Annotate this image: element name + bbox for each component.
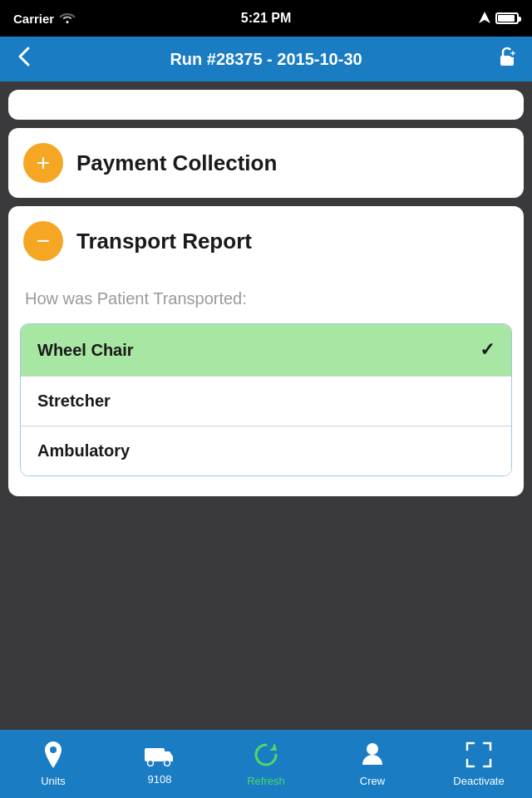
units-icon — [42, 741, 65, 771]
nav-bar: Run #28375 - 2015-10-30 — [0, 37, 532, 81]
option-wheelchair-label: Wheel Chair — [37, 341, 134, 360]
tab-truck[interactable]: 9108 — [106, 730, 213, 798]
status-bar: Carrier 5:21 PM — [0, 0, 532, 37]
wifi-icon — [59, 12, 76, 26]
refresh-icon — [253, 741, 279, 771]
lock-icon — [495, 45, 519, 73]
payment-collection-toggle[interactable]: + — [23, 143, 63, 183]
payment-collection-title: Payment Collection — [76, 150, 277, 176]
refresh-label: Refresh — [247, 775, 285, 787]
transport-question: How was Patient Transported: — [8, 276, 524, 317]
page-title: Run #28375 - 2015-10-30 — [170, 50, 362, 69]
crew-label: Crew — [360, 775, 385, 787]
back-button[interactable] — [13, 45, 37, 73]
carrier-label: Carrier — [13, 12, 54, 26]
tab-refresh[interactable]: Refresh — [213, 730, 319, 798]
status-bar-time: 5:21 PM — [241, 11, 291, 26]
deactivate-label: Deactivate — [453, 775, 504, 787]
expand-icon — [466, 741, 492, 771]
option-wheelchair[interactable]: Wheel Chair ✓ — [21, 324, 511, 377]
option-ambulatory[interactable]: Ambulatory — [21, 426, 511, 475]
crew-icon — [361, 741, 384, 771]
checkmark-icon: ✓ — [480, 339, 495, 361]
tab-crew[interactable]: Crew — [319, 730, 426, 798]
status-bar-right — [479, 12, 519, 26]
svg-rect-1 — [500, 56, 514, 66]
option-stretcher[interactable]: Stretcher — [21, 377, 511, 426]
svg-point-5 — [148, 760, 154, 766]
transport-report-toggle[interactable]: − — [23, 221, 63, 261]
svg-point-6 — [165, 760, 170, 766]
transport-report-card: − Transport Report How was Patient Trans… — [8, 206, 524, 496]
tab-bar: Units 9108 Refresh — [0, 730, 532, 798]
svg-point-7 — [367, 743, 378, 755]
svg-point-3 — [50, 746, 57, 753]
status-bar-left: Carrier — [13, 12, 76, 26]
svg-marker-0 — [479, 12, 490, 23]
units-label: Units — [41, 775, 66, 787]
svg-rect-4 — [145, 748, 165, 761]
transport-options-list: Wheel Chair ✓ Stretcher Ambulatory — [20, 323, 512, 476]
payment-collection-card: + Payment Collection — [8, 128, 524, 198]
content-area: + Payment Collection − Transport Report … — [0, 81, 532, 730]
partial-card — [8, 90, 524, 120]
tab-units[interactable]: Units — [0, 730, 106, 798]
battery-icon — [495, 12, 519, 24]
tab-deactivate[interactable]: Deactivate — [426, 730, 532, 798]
location-arrow-icon — [479, 12, 490, 26]
transport-report-title: Transport Report — [76, 229, 252, 254]
truck-label: 9108 — [148, 773, 172, 786]
truck-icon — [145, 743, 175, 770]
option-stretcher-label: Stretcher — [37, 392, 111, 411]
option-ambulatory-label: Ambulatory — [37, 441, 130, 461]
